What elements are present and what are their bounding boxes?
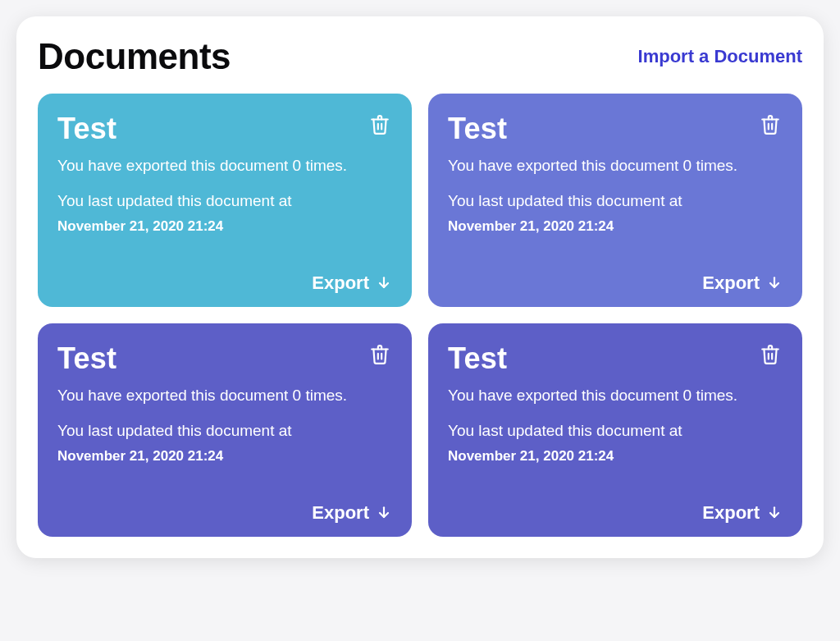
updated-at-text: You last updated this document at: [448, 419, 783, 443]
document-title: Test: [57, 112, 116, 146]
updated-at-text: You last updated this document at: [57, 419, 392, 443]
export-label: Export: [312, 272, 369, 294]
delete-button[interactable]: [368, 112, 392, 138]
export-label: Export: [702, 272, 760, 294]
delete-button[interactable]: [758, 341, 783, 368]
card-body: You have exported this document 0 times.…: [448, 384, 783, 467]
trash-icon: [369, 113, 390, 136]
card-body: You have exported this document 0 times.…: [57, 154, 392, 237]
card-header: Test: [57, 112, 392, 146]
panel-header: Documents Import a Document: [38, 36, 802, 77]
card-footer: Export: [448, 268, 783, 294]
download-arrow-icon: [376, 505, 392, 521]
trash-icon: [760, 343, 781, 366]
card-header: Test: [57, 341, 392, 376]
exported-count-text: You have exported this document 0 times.: [448, 154, 783, 178]
export-label: Export: [312, 502, 369, 524]
trash-icon: [369, 343, 390, 366]
updated-timestamp: November 21, 2020 21:24: [57, 216, 392, 237]
delete-button[interactable]: [758, 112, 783, 138]
document-title: Test: [448, 112, 507, 146]
export-button[interactable]: Export: [312, 272, 392, 294]
updated-timestamp: November 21, 2020 21:24: [57, 446, 392, 467]
exported-count-text: You have exported this document 0 times.: [57, 384, 392, 408]
updated-timestamp: November 21, 2020 21:24: [448, 446, 783, 467]
updated-at-text: You last updated this document at: [448, 190, 783, 213]
documents-grid: Test You have exported this document: [38, 94, 802, 537]
document-title: Test: [57, 341, 116, 376]
updated-timestamp: November 21, 2020 21:24: [448, 216, 783, 237]
updated-at-text: You last updated this document at: [57, 190, 392, 213]
export-button[interactable]: Export: [702, 272, 783, 294]
document-card[interactable]: Test You have exported this document: [38, 323, 412, 537]
export-button[interactable]: Export: [312, 502, 392, 524]
exported-count-text: You have exported this document 0 times.: [57, 154, 392, 178]
trash-icon: [760, 113, 781, 136]
card-header: Test: [448, 341, 783, 376]
card-body: You have exported this document 0 times.…: [57, 384, 392, 467]
document-card[interactable]: Test You have exported this document: [428, 94, 802, 307]
page-title: Documents: [38, 36, 231, 77]
documents-panel: Documents Import a Document Test: [16, 16, 824, 558]
import-document-link[interactable]: Import a Document: [638, 46, 802, 67]
card-footer: Export: [57, 497, 392, 524]
document-title: Test: [448, 341, 507, 376]
exported-count-text: You have exported this document 0 times.: [448, 384, 783, 408]
document-card[interactable]: Test You have exported this document: [428, 323, 802, 537]
download-arrow-icon: [376, 275, 392, 291]
delete-button[interactable]: [368, 341, 392, 368]
export-button[interactable]: Export: [702, 502, 783, 524]
card-header: Test: [448, 112, 783, 146]
card-body: You have exported this document 0 times.…: [448, 154, 783, 237]
card-footer: Export: [57, 268, 392, 294]
document-card[interactable]: Test You have exported this document: [38, 94, 412, 307]
export-label: Export: [702, 502, 760, 524]
download-arrow-icon: [766, 505, 783, 521]
card-footer: Export: [448, 497, 783, 524]
download-arrow-icon: [766, 275, 783, 291]
